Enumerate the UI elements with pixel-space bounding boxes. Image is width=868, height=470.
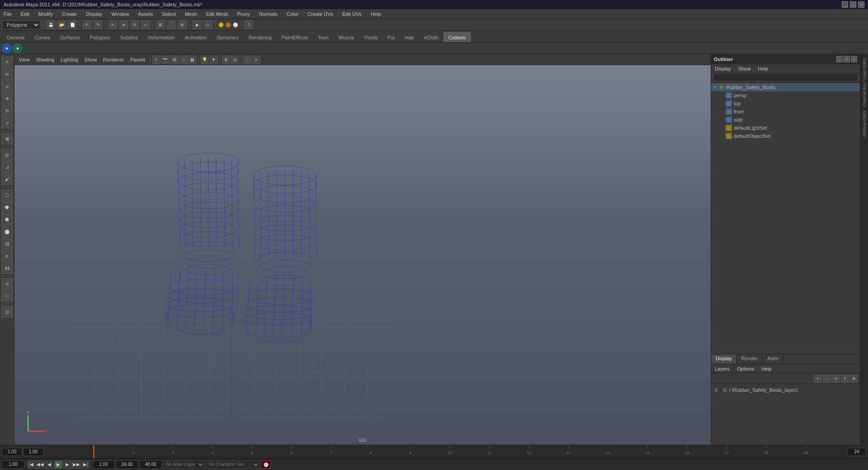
vp-wireframe-icon[interactable]: ⊞ bbox=[170, 56, 179, 64]
append-poly-tool[interactable]: ⬢ bbox=[1, 201, 13, 213]
layer-delete-btn[interactable]: - bbox=[823, 375, 831, 383]
vp-menu-view[interactable]: View bbox=[16, 56, 33, 63]
tab-curves[interactable]: Curves bbox=[29, 32, 55, 42]
outliner-search-input[interactable] bbox=[713, 73, 858, 81]
menu-edit[interactable]: Edit bbox=[19, 10, 31, 18]
tree-item-default-object-set[interactable]: O defaultObjectSet bbox=[711, 132, 860, 140]
channel-box-label[interactable]: Channel Box / Layer Editor bbox=[862, 56, 867, 108]
vp-menu-lighting[interactable]: Lighting bbox=[58, 56, 81, 63]
tab-muscle[interactable]: Muscle bbox=[334, 32, 359, 42]
tab-painteffects[interactable]: PaintEffects bbox=[277, 32, 313, 42]
layer-item-rubber-safety-boots[interactable]: V / |Rubber_Safety_Boots_layer1 bbox=[713, 385, 858, 395]
vp-lights-icon[interactable]: 💡 bbox=[201, 56, 209, 64]
menu-select[interactable]: Select bbox=[160, 10, 178, 18]
ipr-icon[interactable]: ▷ bbox=[203, 20, 212, 29]
menu-edit-uvs[interactable]: Edit UVs bbox=[340, 10, 363, 18]
tab-deformation[interactable]: Deformation bbox=[143, 32, 180, 42]
layer-menu-layers[interactable]: Layers bbox=[713, 366, 731, 372]
tab-surfaces[interactable]: Surfaces bbox=[55, 32, 85, 42]
step-forward-btn[interactable]: ▶ bbox=[63, 461, 71, 469]
tree-item-top[interactable]: C top bbox=[711, 99, 860, 108]
tab-custom[interactable]: Custom bbox=[443, 32, 471, 42]
menu-create[interactable]: Create bbox=[60, 10, 79, 18]
vp-hud-icon[interactable]: ≡ bbox=[252, 56, 260, 64]
open-icon[interactable]: 📂 bbox=[57, 20, 66, 29]
vp-menu-renderer[interactable]: Renderer bbox=[100, 56, 127, 63]
tree-item-persp[interactable]: C persp bbox=[711, 91, 860, 99]
snap-curve-icon[interactable]: ⌒ bbox=[167, 20, 176, 29]
vp-texture-icon[interactable]: ▦ bbox=[189, 56, 197, 64]
redo-icon[interactable]: ↷ bbox=[94, 20, 103, 29]
snap-grid-icon[interactable]: ⊞ bbox=[156, 20, 165, 29]
vp-menu-panels[interactable]: Panels bbox=[127, 56, 148, 63]
vp-grid-icon[interactable]: ⋮ bbox=[243, 56, 251, 64]
outliner-close-btn[interactable]: × bbox=[851, 56, 857, 62]
maximize-button[interactable]: □ bbox=[850, 1, 856, 8]
tab-general[interactable]: General bbox=[2, 32, 29, 42]
context-selector[interactable]: Polygons Surfaces Animation Rendering Dy… bbox=[2, 20, 40, 29]
outliner-menu-help[interactable]: Help bbox=[756, 66, 770, 72]
tab-polygons[interactable]: Polygons bbox=[85, 32, 115, 42]
menu-window[interactable]: Window bbox=[109, 10, 131, 18]
tree-item-side[interactable]: C side bbox=[711, 116, 860, 124]
save-icon[interactable]: 💾 bbox=[46, 20, 55, 29]
tree-item-rubber-safety-boots[interactable]: ▼ M Rubber_Safety_Boots bbox=[711, 83, 860, 91]
timeline-ruler[interactable]: 1 2 3 4 5 6 7 8 9 10 11 12 13 1 bbox=[54, 445, 845, 458]
menu-normals[interactable]: Normals bbox=[257, 10, 279, 18]
current-frame-display[interactable] bbox=[92, 461, 115, 469]
tab-hair[interactable]: Hair bbox=[400, 32, 419, 42]
layer-tab-display[interactable]: Display bbox=[711, 354, 737, 364]
split-poly-tool[interactable]: ⬣ bbox=[1, 213, 13, 225]
outliner-menu-show[interactable]: Show bbox=[736, 66, 753, 72]
tab-rendering[interactable]: Rendering bbox=[244, 32, 277, 42]
outliner-maximize-btn[interactable]: □ bbox=[844, 56, 850, 62]
step-back-btn[interactable]: ◀ bbox=[45, 461, 53, 469]
tab-ncloth[interactable]: nCloth bbox=[419, 32, 443, 42]
show-manip-tool[interactable]: ⊞ bbox=[1, 133, 13, 145]
layer-visible-btn[interactable]: V bbox=[832, 375, 840, 383]
tab-subdivs[interactable]: Subdivs bbox=[115, 32, 143, 42]
snap-point-icon[interactable]: ⊕ bbox=[178, 20, 187, 29]
layer-reference-btn[interactable]: R bbox=[850, 375, 858, 383]
sculpt-tool[interactable]: ⊿ bbox=[1, 161, 13, 173]
scale-tool[interactable]: ⤢ bbox=[1, 117, 13, 129]
layer-template-btn[interactable]: T bbox=[841, 375, 849, 383]
play-forward-btn[interactable]: ▶ bbox=[54, 461, 62, 469]
char-set-select[interactable]: No Character Set bbox=[206, 461, 260, 469]
auto-key-btn[interactable]: ⬤ bbox=[261, 461, 271, 469]
soft-mod-tool[interactable]: ◎ bbox=[1, 149, 13, 160]
minimize-button[interactable]: _ bbox=[842, 1, 848, 8]
extrude-tool[interactable]: ⬤ bbox=[1, 226, 13, 237]
total-start-input[interactable] bbox=[2, 461, 24, 469]
layer-new-btn[interactable]: + bbox=[814, 375, 822, 383]
vp-menu-shading[interactable]: Shading bbox=[33, 56, 57, 63]
time-start-input[interactable] bbox=[2, 448, 22, 456]
tree-item-default-light-set[interactable]: L defaultLightSet bbox=[711, 124, 860, 132]
light-white-icon[interactable] bbox=[233, 22, 238, 28]
tab-dynamics[interactable]: Dynamics bbox=[212, 32, 244, 42]
menu-edit-mesh[interactable]: Edit Mesh bbox=[204, 10, 230, 18]
render-icon[interactable]: ▶ bbox=[193, 20, 202, 29]
vp-camera-icon[interactable]: 📷 bbox=[161, 56, 170, 64]
vp-select-icon[interactable]: ↖ bbox=[152, 56, 160, 64]
vp-smooth-icon[interactable]: ○ bbox=[179, 56, 188, 64]
vp-menu-show[interactable]: Show bbox=[82, 56, 100, 63]
rotate-tool[interactable]: ↻ bbox=[1, 105, 13, 117]
timeline-area[interactable]: 1 2 3 4 5 6 7 8 9 10 11 12 13 1 bbox=[0, 445, 868, 458]
menu-file[interactable]: File bbox=[2, 10, 14, 18]
layer-tab-anim[interactable]: Anim bbox=[763, 354, 783, 364]
translate-icon[interactable]: ✛ bbox=[119, 20, 128, 29]
undo-icon[interactable]: ↶ bbox=[83, 20, 92, 29]
camera-rotate[interactable]: ⊙ bbox=[1, 306, 13, 318]
tab-fur[interactable]: Fur bbox=[382, 32, 400, 42]
new-icon[interactable]: 📄 bbox=[68, 20, 77, 29]
create-poly-tool[interactable]: ⬡ bbox=[1, 189, 13, 201]
anim-layer-select[interactable]: No Anim Layer bbox=[163, 461, 205, 469]
menu-help[interactable]: Help bbox=[369, 10, 383, 18]
vp-display-icon[interactable]: ⊕ bbox=[222, 56, 230, 64]
lasso-tool[interactable]: ⌭ bbox=[1, 80, 13, 92]
menu-color[interactable]: Color bbox=[285, 10, 300, 18]
ep-curve-tool[interactable]: 〰 bbox=[1, 290, 13, 302]
time-end-input[interactable] bbox=[848, 448, 866, 456]
menu-assets[interactable]: Assets bbox=[136, 10, 155, 18]
